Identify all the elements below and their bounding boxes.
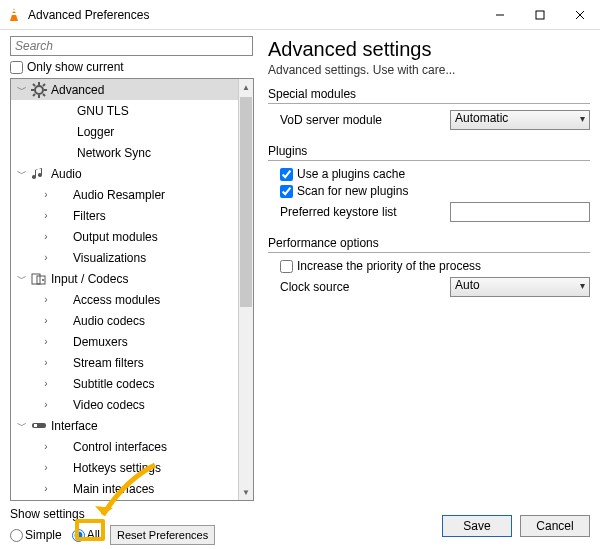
tree-item-label: Subtitle codecs (73, 377, 154, 391)
window-buttons (480, 0, 600, 29)
use-plugins-cache-checkbox[interactable]: Use a plugins cache (280, 167, 590, 181)
tree-item-label: Audio codecs (73, 314, 145, 328)
minimize-button[interactable] (480, 0, 520, 29)
tree-item-demux[interactable]: ›Demuxers (11, 331, 238, 352)
tree-item-label: Interface (51, 419, 98, 433)
scroll-thumb[interactable] (240, 97, 252, 307)
radio-simple[interactable]: Simple (10, 528, 62, 542)
chevron-right-icon[interactable]: › (41, 232, 51, 242)
group-title-special: Special modules (268, 87, 590, 104)
gear-icon (31, 82, 47, 98)
maximize-button[interactable] (520, 0, 560, 29)
tree-item-logger[interactable]: Logger (11, 121, 238, 142)
tree-item-outmods[interactable]: ›Output modules (11, 226, 238, 247)
clock-select[interactable]: Auto (450, 277, 590, 297)
tree-item-label: Video codecs (73, 398, 145, 412)
save-button[interactable]: Save (442, 515, 512, 537)
tree-item-label: Control interfaces (73, 440, 167, 454)
tree-item-access[interactable]: ›Access modules (11, 289, 238, 310)
tree-item-label: Audio (51, 167, 82, 181)
chevron-right-icon[interactable]: › (41, 211, 51, 221)
chevron-right-icon[interactable]: › (41, 295, 51, 305)
tree-item-mainif[interactable]: ›Main interfaces (11, 478, 238, 499)
tree-item-hotkeys[interactable]: ›Hotkeys settings (11, 457, 238, 478)
chevron-right-icon[interactable]: › (41, 379, 51, 389)
only-show-current-label: Only show current (27, 60, 124, 74)
tree-item-label: Stream filters (73, 356, 144, 370)
tree-item-label: Advanced (51, 83, 104, 97)
reset-preferences-button[interactable]: Reset Preferences (110, 525, 215, 545)
svg-rect-4 (536, 11, 544, 19)
svg-rect-2 (12, 10, 15, 12)
chevron-right-icon[interactable]: › (41, 253, 51, 263)
cancel-button[interactable]: Cancel (520, 515, 590, 537)
chevron-down-icon[interactable]: ﹀ (17, 85, 27, 95)
right-pane: Advanced settings Advanced settings. Use… (258, 30, 600, 549)
tree-item-vcodec[interactable]: ›Video codecs (11, 394, 238, 415)
only-show-current-input[interactable] (10, 61, 23, 74)
chevron-right-icon[interactable]: › (41, 337, 51, 347)
tree-item-label: Network Sync (77, 146, 151, 160)
chevron-down-icon[interactable]: ﹀ (17, 421, 27, 431)
chevron-right-icon[interactable]: › (41, 358, 51, 368)
chevron-down-icon[interactable]: ﹀ (17, 274, 27, 284)
chevron-right-icon[interactable]: › (41, 484, 51, 494)
clock-label: Clock source (280, 280, 450, 294)
svg-rect-20 (34, 424, 37, 427)
scroll-down-button[interactable]: ▼ (239, 484, 253, 500)
only-show-current-checkbox[interactable]: Only show current (10, 60, 254, 74)
close-button[interactable] (560, 0, 600, 29)
increase-priority-checkbox[interactable]: Increase the priority of the process (280, 259, 590, 273)
chevron-right-icon[interactable]: › (41, 463, 51, 473)
tree-item-netsync[interactable]: Network Sync (11, 142, 238, 163)
chevron-right-icon[interactable]: › (41, 190, 51, 200)
window-title: Advanced Preferences (28, 8, 480, 22)
keystore-input[interactable] (450, 202, 590, 222)
show-settings-label: Show settings (10, 507, 254, 521)
settings-tree[interactable]: ﹀AdvancedGNU TLSLoggerNetwork Sync﹀Audio… (10, 78, 254, 501)
svg-line-15 (33, 94, 35, 96)
tree-item-filters[interactable]: ›Filters (11, 205, 238, 226)
iface-icon (31, 418, 47, 434)
tree-item-input[interactable]: ﹀Input / Codecs (11, 268, 238, 289)
scroll-up-button[interactable]: ▲ (239, 79, 253, 95)
tree-item-iface[interactable]: ﹀Interface (11, 415, 238, 436)
audio-icon (31, 166, 47, 182)
tree-item-subcodec[interactable]: ›Subtitle codecs (11, 373, 238, 394)
tree-item-label: Demuxers (73, 335, 128, 349)
tree-item-label: Logger (77, 125, 114, 139)
tree-item-vis[interactable]: ›Visualizations (11, 247, 238, 268)
tree-item-label: Main interfaces (73, 482, 154, 496)
tree-item-resampler[interactable]: ›Audio Resampler (11, 184, 238, 205)
svg-point-18 (42, 279, 44, 281)
tree-scrollbar[interactable]: ▲ ▼ (238, 79, 253, 500)
tree-item-audio[interactable]: ﹀Audio (11, 163, 238, 184)
tree-item-sfilters[interactable]: ›Stream filters (11, 352, 238, 373)
tree-item-label: Input / Codecs (51, 272, 128, 286)
chevron-right-icon[interactable]: › (41, 400, 51, 410)
svg-line-12 (33, 84, 35, 86)
tree-item-playlist[interactable]: ﹀Playlist (11, 499, 238, 500)
left-pane: Only show current ﹀AdvancedGNU TLSLogger… (0, 30, 258, 549)
group-title-plugins: Plugins (268, 144, 590, 161)
tree-item-advanced[interactable]: ﹀Advanced (11, 79, 238, 100)
scan-new-plugins-checkbox[interactable]: Scan for new plugins (280, 184, 590, 198)
chevron-down-icon[interactable]: ﹀ (17, 169, 27, 179)
chevron-right-icon[interactable]: › (41, 442, 51, 452)
tree-item-label: Access modules (73, 293, 160, 307)
radio-all[interactable]: All (72, 528, 100, 542)
search-input[interactable] (10, 36, 253, 56)
tree-item-acodec[interactable]: ›Audio codecs (11, 310, 238, 331)
page-title: Advanced settings (268, 38, 590, 61)
titlebar: Advanced Preferences (0, 0, 600, 30)
vod-select[interactable]: Automatic (450, 110, 590, 130)
page-subtitle: Advanced settings. Use with care... (268, 63, 590, 77)
chevron-right-icon[interactable]: › (41, 316, 51, 326)
group-performance: Performance options Increase the priorit… (268, 236, 590, 301)
svg-line-14 (43, 84, 45, 86)
tree-item-label: Audio Resampler (73, 188, 165, 202)
group-special-modules: Special modules VoD server module Automa… (268, 87, 590, 134)
svg-line-13 (43, 94, 45, 96)
tree-item-gnutls[interactable]: GNU TLS (11, 100, 238, 121)
tree-item-ctrlif[interactable]: ›Control interfaces (11, 436, 238, 457)
